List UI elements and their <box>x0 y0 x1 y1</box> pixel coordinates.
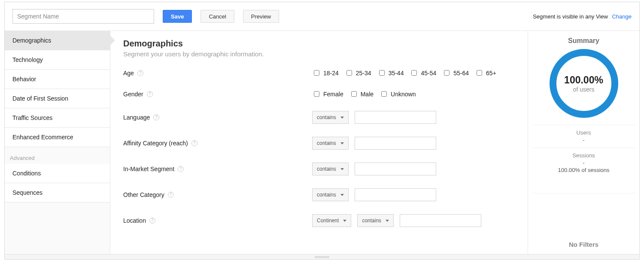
location-value-input[interactable] <box>400 214 481 227</box>
no-filters-label: No Filters <box>532 193 635 248</box>
label-text: Other Category <box>123 191 164 198</box>
label-text: Age <box>123 70 134 77</box>
age-option-55-64[interactable]: 55-64 <box>442 69 469 77</box>
save-button[interactable]: Save <box>163 10 192 23</box>
change-visibility-link[interactable]: Change <box>612 13 632 20</box>
age-option-35-44[interactable]: 35-44 <box>377 69 404 77</box>
segment-builder-panel: Save Cancel Preview Segment is visible i… <box>4 2 640 260</box>
other-category-controls: contains <box>312 188 436 201</box>
location-operator-select[interactable]: contains <box>357 214 394 227</box>
help-icon[interactable]: ? <box>137 70 143 76</box>
help-icon[interactable]: ? <box>149 218 155 224</box>
age-option-65-plus[interactable]: 65+ <box>475 69 496 77</box>
label-in-market: In-Market Segment ? <box>123 166 312 172</box>
affinity-value-input[interactable] <box>355 137 436 150</box>
row-age: Age ? 18-24 25-34 35-44 45-54 55-64 65+ <box>123 69 515 77</box>
age-option-25-34[interactable]: 25-34 <box>345 69 371 77</box>
affinity-controls: contains <box>312 137 436 150</box>
sidebar-item-sequences[interactable]: Sequences <box>5 183 110 203</box>
row-in-market: In-Market Segment ? contains <box>123 163 515 175</box>
segment-name-input[interactable] <box>12 9 154 24</box>
in-market-value-input[interactable] <box>355 163 436 175</box>
visibility-text: Segment is visible in any View <box>533 13 608 20</box>
body: Demographics Technology Behavior Date of… <box>5 31 639 254</box>
chevron-down-icon <box>340 117 344 119</box>
in-market-operator-select[interactable]: contains <box>312 163 349 175</box>
summary-donut-chart: 100.00% of users <box>550 49 618 118</box>
label-location: Location ? <box>123 217 312 224</box>
resize-handle[interactable] <box>5 254 639 259</box>
grip-icon <box>315 256 329 258</box>
top-bar: Save Cancel Preview Segment is visible i… <box>5 2 639 31</box>
metric-label: Users <box>532 129 635 136</box>
sidebar-item-label: Conditions <box>12 170 41 177</box>
label-language: Language ? <box>123 114 312 121</box>
sidebar-item-label: Sequences <box>12 189 43 196</box>
age-option-45-54[interactable]: 45-54 <box>410 69 436 77</box>
metric-sessions: Sessions - 100.00% of sessions <box>532 147 635 178</box>
sidebar: Demographics Technology Behavior Date of… <box>5 31 110 254</box>
sidebar-item-traffic-sources[interactable]: Traffic Sources <box>5 108 110 128</box>
gender-option-unknown[interactable]: Unknown <box>380 90 416 98</box>
sidebar-item-behavior[interactable]: Behavior <box>5 70 110 89</box>
sidebar-item-label: Date of First Session <box>12 95 68 102</box>
metric-value: - <box>532 160 635 166</box>
chevron-down-icon <box>340 142 344 144</box>
other-category-operator-select[interactable]: contains <box>312 188 349 201</box>
language-value-input[interactable] <box>355 111 436 124</box>
sidebar-group-advanced: Advanced <box>5 147 110 164</box>
sidebar-item-enhanced-ecommerce[interactable]: Enhanced Ecommerce <box>5 128 110 147</box>
donut-caption: of users <box>573 86 595 93</box>
sidebar-item-demographics[interactable]: Demographics <box>5 31 110 50</box>
chevron-down-icon <box>340 168 344 170</box>
preview-button[interactable]: Preview <box>243 10 279 23</box>
sidebar-item-label: Traffic Sources <box>12 114 52 121</box>
row-location: Location ? Continent contains <box>123 214 515 227</box>
language-operator-select[interactable]: contains <box>312 111 349 124</box>
summary-panel: Summary 100.00% of users Users - Session… <box>528 31 639 254</box>
label-text: Location <box>123 217 146 224</box>
metric-value: - <box>532 137 635 143</box>
gender-options: Female Male Unknown <box>312 90 416 98</box>
label-other-category: Other Category ? <box>123 191 312 198</box>
chevron-down-icon <box>343 220 346 222</box>
label-text: In-Market Segment <box>123 166 174 172</box>
help-icon[interactable]: ? <box>178 166 184 172</box>
page-subtitle: Segment your users by demographic inform… <box>123 50 515 58</box>
help-icon[interactable]: ? <box>168 192 174 198</box>
sidebar-item-date-first-session[interactable]: Date of First Session <box>5 89 110 108</box>
segment-visibility: Segment is visible in any View Change <box>533 13 632 20</box>
in-market-controls: contains <box>312 163 436 175</box>
sidebar-item-label: Enhanced Ecommerce <box>12 134 73 141</box>
cancel-button[interactable]: Cancel <box>200 10 234 23</box>
gender-option-female[interactable]: Female <box>312 90 343 98</box>
sidebar-item-conditions[interactable]: Conditions <box>5 164 110 183</box>
label-text: Language <box>123 114 150 121</box>
help-icon[interactable]: ? <box>147 91 153 97</box>
metric-users: Users - <box>532 125 635 147</box>
gender-option-male[interactable]: Male <box>349 90 374 98</box>
language-controls: contains <box>312 111 436 124</box>
metric-sessions-pct: 100.00% of sessions <box>532 167 635 173</box>
row-other-category: Other Category ? contains <box>123 188 515 201</box>
metric-label: Sessions <box>532 152 635 159</box>
main-form: Demographics Segment your users by demog… <box>110 31 528 254</box>
age-option-18-24[interactable]: 18-24 <box>312 69 339 77</box>
location-controls: Continent contains <box>312 214 481 227</box>
sidebar-item-technology[interactable]: Technology <box>5 50 110 70</box>
row-affinity: Affinity Category (reach) ? contains <box>123 137 515 150</box>
help-icon[interactable]: ? <box>153 114 159 120</box>
summary-title: Summary <box>532 37 635 45</box>
label-affinity: Affinity Category (reach) ? <box>123 140 312 147</box>
other-category-value-input[interactable] <box>355 188 436 201</box>
row-gender: Gender ? Female Male Unknown <box>123 90 515 98</box>
age-options: 18-24 25-34 35-44 45-54 55-64 65+ <box>312 69 496 77</box>
location-scope-select[interactable]: Continent <box>312 214 351 227</box>
affinity-operator-select[interactable]: contains <box>312 137 349 150</box>
row-language: Language ? contains <box>123 111 515 124</box>
sidebar-item-label: Behavior <box>12 76 36 83</box>
label-text: Affinity Category (reach) <box>123 140 188 147</box>
help-icon[interactable]: ? <box>191 140 197 146</box>
label-age: Age ? <box>123 70 312 77</box>
chevron-down-icon <box>340 194 344 196</box>
